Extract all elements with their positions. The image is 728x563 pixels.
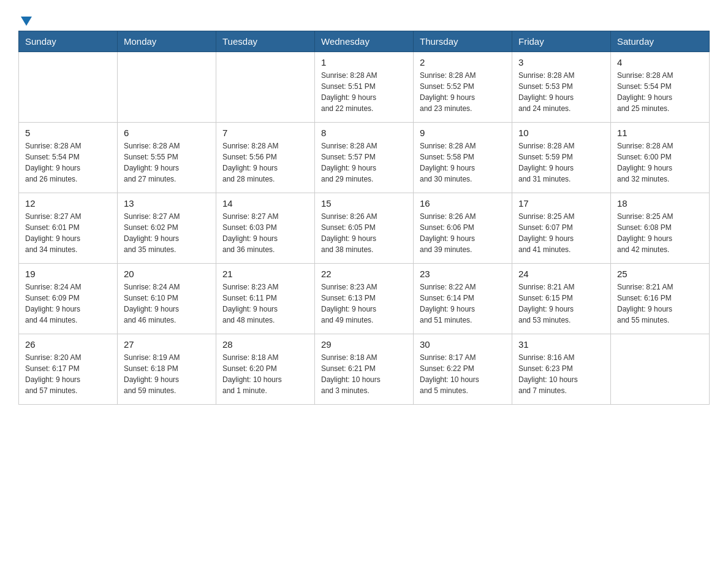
weekday-header-sunday: Sunday xyxy=(19,31,118,52)
day-number: 31 xyxy=(518,339,604,350)
calendar-table: SundayMondayTuesdayWednesdayThursdayFrid… xyxy=(18,31,710,405)
calendar-cell: 28Sunrise: 8:18 AM Sunset: 6:20 PM Dayli… xyxy=(216,334,315,405)
day-info: Sunrise: 8:28 AM Sunset: 5:58 PM Dayligh… xyxy=(420,140,506,185)
day-info: Sunrise: 8:28 AM Sunset: 6:00 PM Dayligh… xyxy=(617,140,703,185)
day-info: Sunrise: 8:28 AM Sunset: 5:56 PM Dayligh… xyxy=(222,140,308,185)
calendar-cell: 17Sunrise: 8:25 AM Sunset: 6:07 PM Dayli… xyxy=(512,193,611,264)
calendar-cell: 1Sunrise: 8:28 AM Sunset: 5:51 PM Daylig… xyxy=(315,52,414,123)
day-number: 8 xyxy=(321,128,407,138)
day-info: Sunrise: 8:26 AM Sunset: 6:05 PM Dayligh… xyxy=(321,211,407,255)
calendar-cell: 8Sunrise: 8:28 AM Sunset: 5:57 PM Daylig… xyxy=(315,123,414,193)
day-number: 25 xyxy=(617,269,703,279)
day-info: Sunrise: 8:28 AM Sunset: 5:59 PM Dayligh… xyxy=(518,140,604,185)
day-number: 10 xyxy=(518,128,604,138)
day-info: Sunrise: 8:21 AM Sunset: 6:16 PM Dayligh… xyxy=(617,282,703,326)
day-info: Sunrise: 8:28 AM Sunset: 5:53 PM Dayligh… xyxy=(518,70,604,114)
day-info: Sunrise: 8:23 AM Sunset: 6:11 PM Dayligh… xyxy=(222,282,308,326)
calendar-cell: 29Sunrise: 8:18 AM Sunset: 6:21 PM Dayli… xyxy=(315,334,414,405)
day-info: Sunrise: 8:25 AM Sunset: 6:07 PM Dayligh… xyxy=(518,211,604,255)
calendar-cell xyxy=(216,52,315,123)
weekday-header-monday: Monday xyxy=(118,31,216,52)
calendar-cell xyxy=(19,52,118,123)
day-number: 1 xyxy=(321,57,407,67)
day-info: Sunrise: 8:25 AM Sunset: 6:08 PM Dayligh… xyxy=(617,211,703,255)
day-number: 18 xyxy=(617,198,703,209)
calendar-cell: 4Sunrise: 8:28 AM Sunset: 5:54 PM Daylig… xyxy=(611,52,710,123)
calendar-cell: 10Sunrise: 8:28 AM Sunset: 5:59 PM Dayli… xyxy=(512,123,611,193)
weekday-header-friday: Friday xyxy=(512,31,611,52)
calendar-cell: 22Sunrise: 8:23 AM Sunset: 6:13 PM Dayli… xyxy=(315,264,414,334)
day-info: Sunrise: 8:28 AM Sunset: 5:57 PM Dayligh… xyxy=(321,140,407,185)
calendar-cell: 23Sunrise: 8:22 AM Sunset: 6:14 PM Dayli… xyxy=(414,264,512,334)
weekday-header-row: SundayMondayTuesdayWednesdayThursdayFrid… xyxy=(19,31,710,52)
day-info: Sunrise: 8:28 AM Sunset: 5:55 PM Dayligh… xyxy=(124,140,210,185)
day-number: 23 xyxy=(420,269,506,279)
day-number: 20 xyxy=(124,269,210,279)
day-number: 11 xyxy=(617,128,703,138)
day-number: 29 xyxy=(321,339,407,350)
page-header xyxy=(18,12,710,25)
calendar-cell: 26Sunrise: 8:20 AM Sunset: 6:17 PM Dayli… xyxy=(19,334,118,405)
day-info: Sunrise: 8:18 AM Sunset: 6:21 PM Dayligh… xyxy=(321,352,407,396)
weekday-header-wednesday: Wednesday xyxy=(315,31,414,52)
day-number: 16 xyxy=(420,198,506,209)
day-info: Sunrise: 8:21 AM Sunset: 6:15 PM Dayligh… xyxy=(518,282,604,326)
day-info: Sunrise: 8:28 AM Sunset: 5:51 PM Dayligh… xyxy=(321,70,407,114)
calendar-cell: 5Sunrise: 8:28 AM Sunset: 5:54 PM Daylig… xyxy=(19,123,118,193)
day-info: Sunrise: 8:22 AM Sunset: 6:14 PM Dayligh… xyxy=(420,282,506,326)
calendar-cell: 13Sunrise: 8:27 AM Sunset: 6:02 PM Dayli… xyxy=(118,193,216,264)
day-info: Sunrise: 8:19 AM Sunset: 6:18 PM Dayligh… xyxy=(124,352,210,396)
calendar-cell: 27Sunrise: 8:19 AM Sunset: 6:18 PM Dayli… xyxy=(118,334,216,405)
day-info: Sunrise: 8:24 AM Sunset: 6:10 PM Dayligh… xyxy=(124,282,210,326)
calendar-cell: 11Sunrise: 8:28 AM Sunset: 6:00 PM Dayli… xyxy=(611,123,710,193)
calendar-cell xyxy=(611,334,710,405)
day-number: 5 xyxy=(25,128,111,138)
day-info: Sunrise: 8:17 AM Sunset: 6:22 PM Dayligh… xyxy=(420,352,506,396)
day-number: 9 xyxy=(420,128,506,138)
day-number: 6 xyxy=(124,128,210,138)
day-number: 12 xyxy=(25,198,111,209)
day-number: 2 xyxy=(420,57,506,67)
calendar-cell: 24Sunrise: 8:21 AM Sunset: 6:15 PM Dayli… xyxy=(512,264,611,334)
day-info: Sunrise: 8:28 AM Sunset: 5:54 PM Dayligh… xyxy=(25,140,111,185)
calendar-cell: 15Sunrise: 8:26 AM Sunset: 6:05 PM Dayli… xyxy=(315,193,414,264)
day-number: 15 xyxy=(321,198,407,209)
day-info: Sunrise: 8:26 AM Sunset: 6:06 PM Dayligh… xyxy=(420,211,506,255)
calendar-cell: 9Sunrise: 8:28 AM Sunset: 5:58 PM Daylig… xyxy=(414,123,512,193)
calendar-cell: 12Sunrise: 8:27 AM Sunset: 6:01 PM Dayli… xyxy=(19,193,118,264)
day-number: 21 xyxy=(222,269,308,279)
weekday-header-thursday: Thursday xyxy=(414,31,512,52)
day-number: 4 xyxy=(617,57,703,67)
day-info: Sunrise: 8:16 AM Sunset: 6:23 PM Dayligh… xyxy=(518,352,604,396)
day-number: 7 xyxy=(222,128,308,138)
day-info: Sunrise: 8:27 AM Sunset: 6:03 PM Dayligh… xyxy=(222,211,308,255)
day-number: 26 xyxy=(25,339,111,350)
calendar-cell: 2Sunrise: 8:28 AM Sunset: 5:52 PM Daylig… xyxy=(414,52,512,123)
calendar-cell: 3Sunrise: 8:28 AM Sunset: 5:53 PM Daylig… xyxy=(512,52,611,123)
day-number: 13 xyxy=(124,198,210,209)
calendar-cell: 21Sunrise: 8:23 AM Sunset: 6:11 PM Dayli… xyxy=(216,264,315,334)
week-row-3: 12Sunrise: 8:27 AM Sunset: 6:01 PM Dayli… xyxy=(19,193,710,264)
svg-marker-0 xyxy=(21,17,32,26)
calendar-cell: 31Sunrise: 8:16 AM Sunset: 6:23 PM Dayli… xyxy=(512,334,611,405)
day-number: 30 xyxy=(420,339,506,350)
day-number: 28 xyxy=(222,339,308,350)
logo-triangle-icon xyxy=(20,13,33,27)
week-row-5: 26Sunrise: 8:20 AM Sunset: 6:17 PM Dayli… xyxy=(19,334,710,405)
day-info: Sunrise: 8:20 AM Sunset: 6:17 PM Dayligh… xyxy=(25,352,111,396)
week-row-4: 19Sunrise: 8:24 AM Sunset: 6:09 PM Dayli… xyxy=(19,264,710,334)
calendar-cell: 16Sunrise: 8:26 AM Sunset: 6:06 PM Dayli… xyxy=(414,193,512,264)
day-number: 22 xyxy=(321,269,407,279)
day-info: Sunrise: 8:27 AM Sunset: 6:02 PM Dayligh… xyxy=(124,211,210,255)
day-info: Sunrise: 8:28 AM Sunset: 5:54 PM Dayligh… xyxy=(617,70,703,114)
calendar-cell: 20Sunrise: 8:24 AM Sunset: 6:10 PM Dayli… xyxy=(118,264,216,334)
calendar-cell: 19Sunrise: 8:24 AM Sunset: 6:09 PM Dayli… xyxy=(19,264,118,334)
logo xyxy=(18,12,33,25)
day-info: Sunrise: 8:24 AM Sunset: 6:09 PM Dayligh… xyxy=(25,282,111,326)
day-info: Sunrise: 8:27 AM Sunset: 6:01 PM Dayligh… xyxy=(25,211,111,255)
day-number: 3 xyxy=(518,57,604,67)
calendar-cell: 30Sunrise: 8:17 AM Sunset: 6:22 PM Dayli… xyxy=(414,334,512,405)
day-number: 27 xyxy=(124,339,210,350)
calendar-cell xyxy=(118,52,216,123)
day-info: Sunrise: 8:23 AM Sunset: 6:13 PM Dayligh… xyxy=(321,282,407,326)
